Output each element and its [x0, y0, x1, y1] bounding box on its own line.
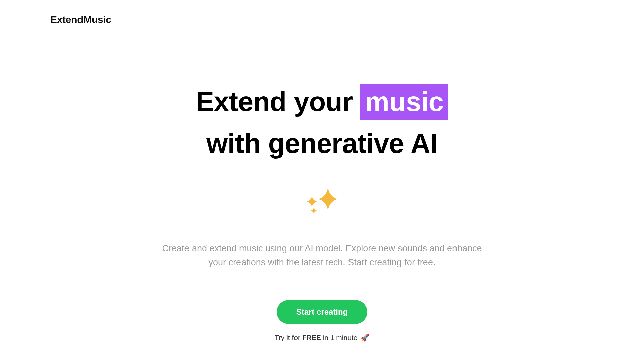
tagline-pre: Try it for	[275, 334, 302, 341]
sparkles-icon	[303, 183, 341, 217]
headline-line-2: with generative AI	[0, 122, 644, 164]
header: ExtendMusic	[50, 14, 111, 25]
start-creating-button[interactable]: Start creating	[277, 300, 368, 324]
brand-logo[interactable]: ExtendMusic	[50, 14, 111, 25]
headline-line-1: Extend your music	[0, 80, 644, 122]
tagline-bold: FREE	[302, 334, 321, 341]
hero-description: Create and extend music using our AI mod…	[158, 242, 486, 270]
headline-pre: Extend your	[196, 86, 360, 117]
headline-highlight: music	[360, 84, 448, 120]
tagline-post: in 1 minute	[321, 334, 359, 341]
hero-headline: Extend your music with generative AI	[0, 80, 644, 165]
rocket-icon: 🚀	[361, 334, 369, 341]
sparkle-container	[0, 183, 644, 217]
hero-section: Extend your music with generative AI Cre…	[0, 80, 644, 342]
hero-tagline: Try it for FREE in 1 minute 🚀	[0, 334, 644, 342]
